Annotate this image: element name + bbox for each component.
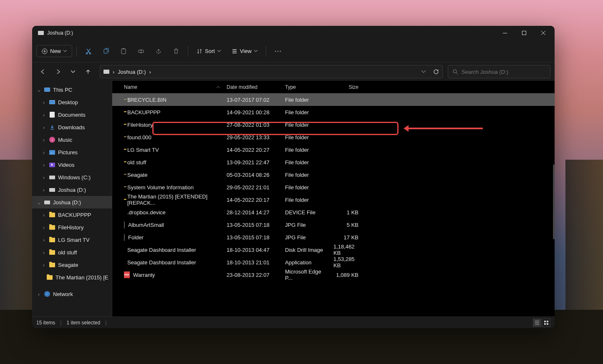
file-size: 17 KB <box>330 234 362 241</box>
chevron-right-icon[interactable]: › <box>36 291 41 297</box>
paste-button[interactable] <box>116 44 131 59</box>
search-input[interactable] <box>462 69 546 75</box>
column-type[interactable]: Type <box>282 84 330 90</box>
file-row[interactable]: The Martian (2015) [EXTENDED] [REPACK...… <box>112 193 555 206</box>
breadcrumb-drive[interactable]: Joshua (D:) <box>118 69 146 75</box>
sidebar-item-music[interactable]: ›♪Music <box>32 133 112 146</box>
chevron-down-icon[interactable]: ⌄ <box>36 87 41 93</box>
sidebar-item-old-stuff[interactable]: ›old stuff <box>32 246 112 259</box>
search-box[interactable] <box>448 65 550 78</box>
sidebar-item-backupppp[interactable]: ›BACKUPPPP <box>32 208 112 221</box>
chevron-down-icon[interactable] <box>421 70 426 73</box>
chevron-down-icon <box>217 50 221 52</box>
file-name: AlbumArtSmall <box>128 222 164 228</box>
file-date: 14-05-2022 20:27 <box>223 147 282 153</box>
file-row[interactable]: BACKUPPPP14-09-2021 00:28File folder <box>112 106 555 118</box>
refresh-icon[interactable] <box>433 69 439 75</box>
svg-rect-0 <box>503 33 507 33</box>
documents-icon <box>50 112 55 118</box>
column-headers: Name Date modified Type Size <box>112 81 555 93</box>
sidebar-item-joshua-d-expanded[interactable]: ⌄Joshua (D:) <box>32 196 112 208</box>
file-row[interactable]: .dropbox.device28-12-2014 14:27DEVICE Fi… <box>112 206 555 218</box>
sidebar-item-videos[interactable]: ›Videos <box>32 158 112 171</box>
svg-rect-14 <box>547 321 548 322</box>
back-button[interactable] <box>36 65 50 78</box>
sidebar-item-downloads[interactable]: ›Downloads <box>32 121 112 133</box>
file-date: 13-07-2017 07:02 <box>223 97 282 103</box>
details-view-button[interactable] <box>533 319 541 327</box>
chevron-right-icon[interactable]: › <box>41 212 46 218</box>
sidebar-item-lg-smart-tv[interactable]: ›LG Smart TV <box>32 233 112 246</box>
column-size[interactable]: Size <box>330 84 362 90</box>
chevron-right-icon[interactable]: › <box>41 137 46 143</box>
maximize-button[interactable] <box>515 26 534 40</box>
status-selection: 1 item selected <box>66 320 100 326</box>
file-name: $RECYCLE.BIN <box>127 97 167 103</box>
sidebar-item-documents[interactable]: ›Documents <box>32 108 112 121</box>
sidebar-item-filehistory[interactable]: ›FileHistory <box>32 221 112 233</box>
chevron-right-icon[interactable]: › <box>41 262 46 268</box>
chevron-right-icon[interactable]: › <box>41 249 46 256</box>
view-button[interactable]: View <box>227 45 262 57</box>
file-type: File folder <box>282 197 330 203</box>
chevron-right-icon[interactable]: › <box>41 149 46 156</box>
more-button[interactable] <box>270 44 285 59</box>
file-row[interactable]: LG Smart TV14-05-2022 20:27File folder <box>112 143 555 156</box>
chevron-right-icon[interactable]: › <box>41 237 46 243</box>
copy-button[interactable] <box>98 44 114 59</box>
sidebar-item-seagate[interactable]: ›Seagate <box>32 259 112 271</box>
file-row[interactable]: old stuff13-09-2021 22:47File folder <box>112 156 555 168</box>
file-row[interactable]: Folder13-05-2015 07:18JPG File17 KB <box>112 231 555 244</box>
column-name[interactable]: Name <box>121 84 223 90</box>
sidebar-item-network[interactable]: ›Network <box>32 288 112 300</box>
file-row[interactable]: FileHistory27-08-2022 01:03File folder <box>112 118 555 131</box>
chevron-right-icon[interactable]: › <box>41 187 46 193</box>
file-row[interactable]: Seagate05-03-2014 08:26File folder <box>112 168 555 181</box>
recent-button[interactable] <box>66 65 80 78</box>
drive-icon <box>49 188 55 192</box>
titlebar[interactable]: Joshua (D:) <box>32 26 555 40</box>
delete-button[interactable] <box>169 44 184 59</box>
up-button[interactable] <box>81 65 95 78</box>
chevron-down-icon[interactable]: ⌄ <box>36 199 41 206</box>
thumbnails-view-button[interactable] <box>542 319 550 327</box>
scrollbar[interactable] <box>553 164 555 239</box>
share-button[interactable] <box>151 44 166 59</box>
network-icon <box>44 291 50 297</box>
file-type: File folder <box>282 172 330 178</box>
file-row[interactable]: AlbumArtSmall13-05-2015 07:18JPG File5 K… <box>112 218 555 231</box>
file-row[interactable]: Seagate Dashboard Installer18-10-2013 21… <box>112 256 555 269</box>
forward-button[interactable] <box>51 65 65 78</box>
sidebar-item-this-pc[interactable]: ⌄ This PC <box>32 83 112 96</box>
close-button[interactable] <box>534 26 553 40</box>
file-date: 18-10-2013 21:01 <box>223 259 282 266</box>
cut-button[interactable] <box>81 44 96 59</box>
sort-button[interactable]: Sort <box>192 45 225 57</box>
file-row[interactable]: found.00029-05-2022 13:33File folder <box>112 131 555 143</box>
sidebar-item-joshua-d[interactable]: ›Joshua (D:) <box>32 183 112 196</box>
sidebar-item-desktop[interactable]: ›Desktop <box>32 96 112 108</box>
new-button[interactable]: New <box>36 45 72 57</box>
file-name: The Martian (2015) [EXTENDED] [REPACK... <box>127 193 220 206</box>
file-date: 29-05-2022 21:01 <box>223 184 282 191</box>
file-row[interactable]: $RECYCLE.BIN13-07-2017 07:02File folder <box>112 93 555 106</box>
column-date[interactable]: Date modified <box>223 84 282 90</box>
chevron-right-icon[interactable]: › <box>41 162 46 168</box>
minimize-button[interactable] <box>495 26 515 40</box>
file-date: 05-03-2014 08:26 <box>223 172 282 178</box>
svg-rect-5 <box>104 49 107 53</box>
chevron-right-icon[interactable]: › <box>41 174 46 181</box>
file-row[interactable]: Seagate Dashboard Installer18-10-2013 04… <box>112 244 555 256</box>
svg-rect-16 <box>547 323 548 325</box>
chevron-right-icon[interactable]: › <box>41 99 46 105</box>
sidebar-item-martian[interactable]: The Martian (2015) [EXTEI <box>32 271 112 284</box>
chevron-right-icon[interactable]: › <box>41 224 46 231</box>
sidebar-item-pictures[interactable]: ›Pictures <box>32 146 112 158</box>
chevron-right-icon[interactable]: › <box>41 112 46 118</box>
file-row[interactable]: PDFWarranty23-08-2013 22:07Microsoft Edg… <box>112 269 555 281</box>
addressbar[interactable]: › Joshua (D:) › <box>100 65 443 78</box>
sidebar-item-windows-c[interactable]: ›Windows (C:) <box>32 171 112 183</box>
rename-button[interactable] <box>134 44 149 59</box>
file-row[interactable]: System Volume Information29-05-2022 21:0… <box>112 181 555 193</box>
chevron-right-icon[interactable]: › <box>41 124 46 131</box>
